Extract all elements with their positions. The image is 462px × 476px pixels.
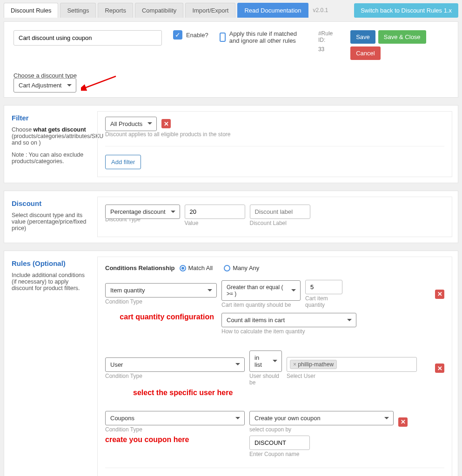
cond3-type-label: Condition Type <box>105 426 245 433</box>
cond2-annotation: select the specific user here <box>133 389 444 397</box>
cond1-calc-select[interactable]: Count all items in cart <box>221 313 356 327</box>
filter-desc: Choose what gets discount (products/cate… <box>12 126 90 146</box>
tabs: Discount Rules Settings Reports Compatib… <box>4 3 308 18</box>
discount-type-select[interactable]: Cart Adjustment <box>13 78 76 93</box>
tab-settings[interactable]: Settings <box>60 3 96 18</box>
filter-product-select[interactable]: All Products <box>105 117 157 131</box>
discount-title: Discount <box>12 199 90 207</box>
add-filter-button[interactable]: Add filter <box>105 155 141 169</box>
radio-icon <box>180 265 186 271</box>
cond1-annotation: cart quantity configuration <box>105 313 217 321</box>
tab-import-export[interactable]: Import/Export <box>185 3 235 18</box>
arrow-annotation-icon <box>81 74 118 93</box>
cond2-user-tagbox[interactable]: phillip-mathew <box>287 357 417 372</box>
cond1-type-select[interactable]: Item quantity <box>105 283 217 298</box>
tab-discount-rules[interactable]: Discount Rules <box>4 3 58 18</box>
cond3-remove-button[interactable]: ✕ <box>398 417 408 427</box>
discount-type-select-2[interactable]: Percentage discount <box>105 205 180 219</box>
cond2-remove-button[interactable]: ✕ <box>435 364 444 373</box>
cond2-type-select[interactable]: User <box>105 357 245 372</box>
discount-section: Discount Select discount type and its va… <box>4 191 458 243</box>
tab-reports[interactable]: Reports <box>98 3 133 18</box>
save-button[interactable]: Save <box>350 30 375 44</box>
condition-user: User Condition Type in list User should … <box>105 350 444 397</box>
apply-ignore-label: Apply this rule if matched and ignore al… <box>229 30 307 44</box>
filter-note: Note : You can also exclude products/cat… <box>12 152 90 165</box>
rule-id-label: #Rule ID: <box>318 30 333 43</box>
discount-value-input[interactable] <box>185 205 245 219</box>
conditions-relationship-label: Conditions Relationship <box>105 264 175 271</box>
rule-id-value: 33 <box>318 46 339 53</box>
rules-title: Rules (Optional) <box>12 259 90 267</box>
radio-many-any[interactable]: Many Any <box>224 264 259 271</box>
cond3-by-label: select coupon by <box>249 426 394 433</box>
rules-desc: Include additional conditions (if necess… <box>12 272 90 291</box>
topbar: Discount Rules Settings Reports Compatib… <box>0 0 462 18</box>
filter-title: Filter <box>12 114 90 122</box>
filter-hint: Discount applies to all eligible product… <box>105 131 444 138</box>
discount-label-label: Discount Label <box>250 220 310 226</box>
cond1-quantity-label: Cart item quantity <box>305 295 342 308</box>
rules-section: Rules (Optional) Include additional cond… <box>4 251 458 476</box>
cond3-type-select[interactable]: Coupons <box>105 411 245 425</box>
cond3-coupon-label: Enter Coupon name <box>249 451 310 457</box>
rule-name-input[interactable] <box>13 30 162 46</box>
radio-icon <box>224 265 230 271</box>
cond2-operator-select[interactable]: in list <box>249 350 282 372</box>
enable-checkbox[interactable] <box>173 30 182 40</box>
condition-coupons: Coupons Condition Type Create your own c… <box>105 411 444 457</box>
filter-section: Filter Choose what gets discount (produc… <box>4 105 458 183</box>
switch-back-button[interactable]: Switch back to Discount Rules 1.x <box>354 3 458 18</box>
user-tag[interactable]: phillip-mathew <box>290 360 337 369</box>
header-actions: Save Save & Close Cancel <box>350 30 449 60</box>
radio-match-all[interactable]: Match All <box>180 264 213 271</box>
svg-line-0 <box>84 76 116 88</box>
cond1-calc-label: How to calculate the item quantity <box>221 328 356 335</box>
apply-ignore-checkbox[interactable] <box>220 33 226 42</box>
tab-read-documentation[interactable]: Read Documentation <box>237 3 308 18</box>
version-text: v2.0.1 <box>313 7 328 13</box>
tab-compatibility[interactable]: Compatibility <box>135 3 183 18</box>
cond1-quantity-input[interactable] <box>305 280 342 294</box>
cond2-select-user-label: Select User <box>287 373 417 379</box>
enable-label: Enable? <box>186 32 208 39</box>
cond1-type-label: Condition Type <box>105 298 217 305</box>
cond2-operator-label: User should be <box>249 373 282 386</box>
cancel-button[interactable]: Cancel <box>350 46 380 60</box>
discount-type-label: Choose a discount type <box>13 72 449 79</box>
header-panel: Enable? Apply this rule if matched and i… <box>4 21 458 98</box>
cond3-by-select[interactable]: Create your own coupon <box>249 411 394 425</box>
cond1-remove-button[interactable]: ✕ <box>435 290 444 299</box>
cond2-type-label: Condition Type <box>105 373 245 379</box>
discount-label-input[interactable] <box>250 205 310 219</box>
discount-value-label: Value <box>185 220 245 226</box>
cond3-annotation: create you coupon here <box>105 436 245 444</box>
cond1-operator-label: Cart item quantity should be <box>221 302 301 308</box>
cond1-operator-select[interactable]: Greater than or equal ( >= ) <box>221 280 301 301</box>
discount-desc: Select discount type and its value (perc… <box>12 212 90 231</box>
filter-remove-button[interactable]: ✕ <box>161 119 171 128</box>
rule-id: #Rule ID: 33 <box>318 30 339 53</box>
condition-item-quantity: Item quantity Condition Type Greater tha… <box>105 280 444 335</box>
cond3-coupon-input[interactable] <box>249 436 310 450</box>
save-close-button[interactable]: Save & Close <box>378 30 426 44</box>
